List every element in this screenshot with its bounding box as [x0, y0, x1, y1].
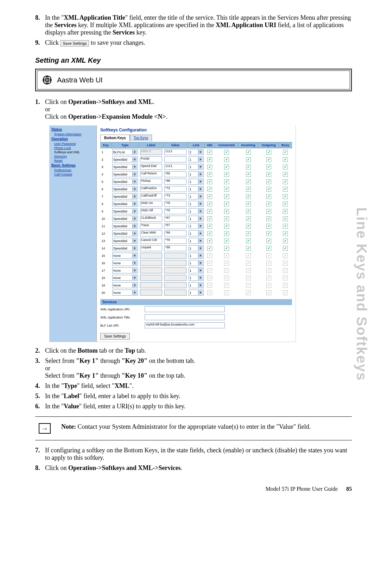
connected-checkbox[interactable]: ✓ — [224, 172, 229, 177]
line-select[interactable]: 2▾ — [189, 149, 204, 155]
line-select[interactable]: 1▾ — [189, 193, 204, 199]
type-select[interactable]: Speeddial▾ — [112, 179, 138, 185]
type-select[interactable]: None▾ — [112, 253, 138, 259]
value-input[interactable]: *98 — [164, 179, 186, 185]
outgoing-checkbox[interactable]: ✓ — [266, 224, 271, 229]
line-select[interactable]: 1▾ — [189, 216, 204, 222]
line-select[interactable]: 1▾ — [189, 260, 204, 266]
idle-checkbox[interactable]: ✓ — [207, 172, 212, 177]
label-input[interactable]: CallFwdOn — [140, 186, 162, 192]
sidebar-heading-operation[interactable]: Operation — [50, 136, 96, 142]
type-select[interactable]: Speeddial▾ — [112, 156, 138, 162]
line-select[interactable]: 1▾ — [189, 201, 204, 207]
connected-checkbox[interactable]: ✓ — [224, 209, 229, 214]
type-select[interactable]: Speeddial▾ — [112, 201, 138, 207]
value-input[interactable]: *88 — [164, 245, 186, 251]
sidebar-item-sysinfo[interactable]: System Information — [50, 132, 96, 136]
type-select[interactable]: None▾ — [112, 275, 138, 281]
busy-checkbox[interactable]: ✓ — [283, 231, 288, 236]
value-input[interactable]: *72 — [164, 186, 186, 192]
idle-checkbox[interactable]: ✓ — [207, 209, 212, 214]
incoming-checkbox[interactable]: ✓ — [246, 157, 251, 162]
connected-checkbox[interactable]: ✓ — [224, 202, 229, 206]
tab-bottom-keys[interactable]: Bottom Keys — [100, 135, 130, 141]
type-select[interactable]: Speeddial▾ — [112, 245, 138, 251]
label-input[interactable]: DND On — [140, 201, 162, 207]
type-select[interactable]: Speeddial▾ — [112, 230, 138, 236]
type-select[interactable]: Speeddial▾ — [112, 171, 138, 177]
busy-checkbox[interactable]: ✓ — [283, 194, 288, 199]
sidebar-item-directory[interactable]: Directory — [50, 154, 96, 159]
sidebar-item-reset[interactable]: Reset — [50, 159, 96, 163]
outgoing-checkbox[interactable]: ✓ — [266, 150, 271, 155]
sidebar-item-userpw[interactable]: User Password — [50, 142, 96, 146]
line-select[interactable]: 1▾ — [189, 245, 204, 251]
idle-checkbox[interactable]: ✓ — [207, 194, 212, 199]
sidebar-heading-status[interactable]: Status — [50, 127, 96, 132]
sidebar-heading-basic[interactable]: Basic Settings — [50, 163, 96, 168]
connected-checkbox[interactable]: ✓ — [224, 194, 229, 199]
value-input[interactable]: *57 — [164, 223, 186, 229]
idle-checkbox[interactable]: ✓ — [207, 157, 212, 162]
label-input[interactable]: Pickup — [140, 179, 162, 185]
type-select[interactable]: None▾ — [112, 282, 138, 288]
idle-checkbox[interactable]: ✓ — [207, 150, 212, 155]
type-select[interactable]: Speeddial▾ — [112, 216, 138, 222]
busy-checkbox[interactable]: ✓ — [283, 202, 288, 206]
type-select[interactable]: Speeddial▾ — [112, 208, 138, 214]
incoming-checkbox[interactable]: ✓ — [246, 209, 251, 214]
value-input[interactable]: 1111 — [164, 164, 186, 170]
connected-checkbox[interactable]: ✓ — [224, 239, 229, 243]
busy-checkbox[interactable]: ✓ — [283, 224, 288, 229]
incoming-checkbox[interactable]: ✓ — [246, 187, 251, 192]
line-select[interactable]: 1▾ — [189, 156, 204, 162]
idle-checkbox[interactable]: ✓ — [207, 239, 212, 243]
type-select[interactable]: Speeddial▾ — [112, 193, 138, 199]
sidebar-item-callfwd[interactable]: Call Forward — [50, 172, 96, 177]
line-select[interactable]: 1▾ — [189, 282, 204, 288]
sidebar-item-phonelock[interactable]: Phone Lock — [50, 146, 96, 150]
label-input[interactable]: DND Off — [140, 208, 162, 214]
label-input[interactable]: Cancel CW — [140, 238, 162, 244]
outgoing-checkbox[interactable]: ✓ — [266, 157, 271, 162]
incoming-checkbox[interactable]: ✓ — [246, 231, 251, 236]
line-select[interactable]: 1▾ — [189, 179, 204, 185]
outgoing-checkbox[interactable]: ✓ — [266, 209, 271, 214]
sidebar-item-softkeys[interactable]: Softkeys and XML — [50, 150, 96, 154]
connected-checkbox[interactable]: ✓ — [224, 150, 229, 155]
outgoing-checkbox[interactable]: ✓ — [266, 202, 271, 206]
value-input[interactable]: *67 — [164, 216, 186, 222]
incoming-checkbox[interactable]: ✓ — [246, 150, 251, 155]
value-input[interactable]: *79 — [164, 208, 186, 214]
outgoing-checkbox[interactable]: ✓ — [266, 179, 271, 184]
idle-checkbox[interactable]: ✓ — [207, 224, 212, 229]
label-input[interactable]: CLIDBlock — [140, 216, 162, 222]
line-select[interactable]: 1▾ — [189, 238, 204, 244]
type-select[interactable]: None▾ — [112, 290, 138, 296]
type-select[interactable]: Speeddial▾ — [112, 223, 138, 229]
incoming-checkbox[interactable]: ✓ — [246, 202, 251, 206]
incoming-checkbox[interactable]: ✓ — [246, 194, 251, 199]
incoming-checkbox[interactable]: ✓ — [246, 172, 251, 177]
type-select[interactable]: Speeddial▾ — [112, 186, 138, 192]
value-input[interactable]: *69 — [164, 171, 186, 177]
line-select[interactable]: 1▾ — [189, 253, 204, 259]
busy-checkbox[interactable]: ✓ — [283, 187, 288, 192]
line-select[interactable]: 1▾ — [189, 223, 204, 229]
busy-checkbox[interactable]: ✓ — [283, 239, 288, 243]
outgoing-checkbox[interactable]: ✓ — [266, 239, 271, 243]
value-input[interactable]: *73 — [164, 193, 186, 199]
outgoing-checkbox[interactable]: ✓ — [266, 246, 271, 251]
tab-top-keys[interactable]: Top Keys — [130, 135, 152, 141]
value-input[interactable] — [164, 156, 186, 162]
type-select[interactable]: None▾ — [112, 267, 138, 273]
incoming-checkbox[interactable]: ✓ — [246, 224, 251, 229]
busy-checkbox[interactable]: ✓ — [283, 150, 288, 155]
line-select[interactable]: 1▾ — [189, 230, 204, 236]
busy-checkbox[interactable]: ✓ — [283, 209, 288, 214]
busy-checkbox[interactable]: ✓ — [283, 216, 288, 221]
idle-checkbox[interactable]: ✓ — [207, 165, 212, 169]
connected-checkbox[interactable]: ✓ — [224, 187, 229, 192]
label-input[interactable]: Call Return — [140, 171, 162, 177]
connected-checkbox[interactable]: ✓ — [224, 224, 229, 229]
